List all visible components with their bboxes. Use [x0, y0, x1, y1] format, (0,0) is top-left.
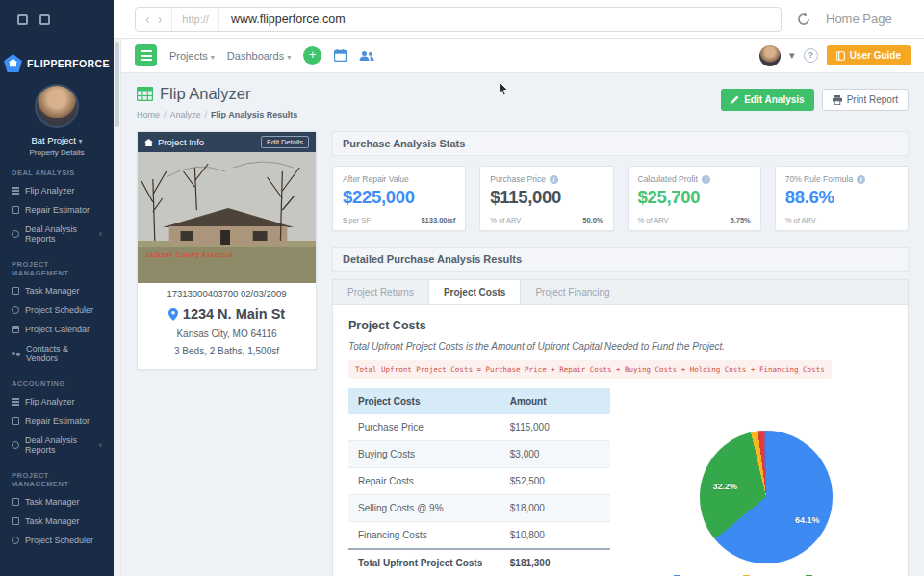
caret-down-icon: ▾: [287, 53, 291, 62]
page-header: Flip Analyzer Home/Analyze/Flip Analysis…: [137, 85, 909, 119]
scrollbar-thumb[interactable]: [115, 42, 119, 127]
nav-projects-menu[interactable]: Projects ▾: [169, 50, 215, 62]
printer-icon: [833, 95, 842, 105]
print-report-button[interactable]: Print Report: [822, 89, 909, 111]
edit-details-button[interactable]: Edit Details: [261, 136, 309, 148]
pie-label-repair: 32.2%: [713, 482, 738, 491]
pie-label-purchase: 64.1%: [795, 515, 820, 525]
scheduler-icon: [12, 537, 19, 544]
section-deal-analysis: DEAL ANALYSIS: [0, 157, 114, 181]
sidebar: FLIPPERFORCE Bat Project ▾ Property Deta…: [0, 39, 114, 576]
window-control-icon-2[interactable]: [39, 14, 50, 25]
user-menu-caret-icon[interactable]: ▾: [789, 49, 795, 62]
home-page-link[interactable]: Home Page: [826, 12, 892, 26]
page-title: Flip Analyzer: [160, 85, 250, 103]
edit-analysis-button[interactable]: Edit Analysis: [721, 89, 813, 111]
chevron-left-icon: ‹: [99, 440, 102, 450]
table-row: Buying Costs$3,000: [348, 441, 610, 468]
parcel-caption: 17313000403700 02/03/2009: [138, 283, 316, 301]
user-guide-button[interactable]: User Guide: [827, 45, 911, 65]
reload-icon[interactable]: [797, 13, 810, 30]
task-manager-icon: [12, 498, 19, 506]
sidebar-item-task-manager-3[interactable]: Task Manager: [0, 511, 114, 531]
flip-analyzer-title-icon: [137, 87, 153, 101]
tab-project-returns[interactable]: Project Returns: [333, 280, 428, 304]
app-navbar: Projects ▾ Dashboards ▾ + ▾ ? User Guide: [121, 39, 924, 73]
analysis-column: Purchase Analysis Stats After Repair Val…: [332, 131, 909, 576]
pie-chart: 32.2% 64.1%: [700, 431, 833, 563]
flip-analyzer-icon: [12, 398, 19, 406]
sidebar-item-repair-estimator-2[interactable]: Repair Estimator: [0, 411, 114, 431]
calendar-nav-icon[interactable]: [334, 49, 346, 62]
url-text[interactable]: www.flipperforce.com: [219, 13, 346, 26]
info-icon[interactable]: i: [857, 175, 865, 184]
contacts-nav-icon[interactable]: [359, 50, 374, 62]
window-control-icon[interactable]: [17, 14, 28, 25]
project-selector[interactable]: Bat Project ▾: [0, 135, 114, 145]
section-description: Total Upfront Project Costs is the Amoun…: [348, 341, 892, 352]
sidebar-item-project-scheduler-2[interactable]: Project Scheduler: [0, 531, 114, 550]
sidebar-item-deal-analysis-reports[interactable]: Deal Analysis Reports‹: [0, 220, 114, 249]
col-amount: Amount: [500, 388, 610, 414]
sidebar-item-task-manager-2[interactable]: Task Manager: [0, 492, 114, 511]
tab-project-costs[interactable]: Project Costs: [428, 280, 521, 304]
costs-chart-area: 32.2% 64.1% Purchase Price Buying Costs …: [639, 388, 892, 576]
sidebar-item-deal-analysis-reports-2[interactable]: Deal Analysis Reports‹: [0, 431, 114, 459]
book-icon: [836, 51, 845, 61]
sidebar-item-contacts-vendors[interactable]: Contacts & Vendors: [0, 339, 114, 368]
table-row: Purchase Price$115,000: [348, 414, 610, 441]
menu-toggle-button[interactable]: [135, 44, 157, 66]
costs-table-wrap: Project Costs Amount Purchase Price$115,…: [348, 388, 614, 576]
breadcrumb-current: Flip Analysis Results: [211, 110, 297, 119]
window-controls: [0, 0, 114, 39]
flip-analyzer-icon: [12, 187, 19, 195]
sidebar-item-flip-analyzer[interactable]: Flip Analyzer: [0, 181, 114, 200]
property-city: Kansas City, MO 64116: [138, 328, 316, 339]
purchase-price-value: $115,000: [490, 187, 603, 208]
browser-toolbar: ‹› http:// www.flipperforce.com Home Pag…: [0, 0, 924, 39]
project-avatar[interactable]: [35, 84, 79, 128]
sidebar-item-project-scheduler[interactable]: Project Scheduler: [0, 301, 114, 320]
flipperforce-logo-icon: [4, 54, 22, 72]
pencil-icon: [731, 95, 739, 104]
section-project-management: PROJECT MANAGEMENT: [0, 249, 114, 281]
sidebar-item-flip-analyzer-2[interactable]: Flip Analyzer: [0, 392, 114, 411]
section-title: Project Costs: [348, 319, 892, 332]
repair-estimator-icon: [12, 206, 19, 214]
chevron-left-icon: ‹: [99, 229, 102, 239]
forward-icon[interactable]: ›: [158, 12, 163, 27]
property-photo: Jackson County Assessor: [138, 152, 316, 283]
brand-logo[interactable]: FLIPPERFORCE: [0, 39, 114, 72]
reports-icon: [12, 230, 19, 238]
task-manager-icon: [12, 517, 19, 525]
caret-down-icon: ▾: [211, 53, 215, 62]
help-icon[interactable]: ?: [804, 48, 818, 63]
back-icon[interactable]: ‹: [145, 12, 150, 27]
section-project-management-2: PROJECT MANAGEMENT: [0, 459, 114, 492]
breadcrumb-analyze[interactable]: Analyze: [170, 110, 201, 119]
table-row: Selling Costs @ 9%$18,000: [348, 495, 610, 522]
scheduler-icon: [12, 306, 19, 314]
browser-url-bar[interactable]: ‹› http:// www.flipperforce.com: [135, 7, 782, 32]
breadcrumb-home[interactable]: Home: [137, 110, 160, 119]
property-details-link[interactable]: Property Details: [0, 148, 114, 157]
sidebar-item-task-manager[interactable]: Task Manager: [0, 281, 114, 301]
stat-card-purchase-price: Purchase Pricei $115,000 % of ARV50.0%: [479, 166, 613, 231]
caret-down-icon: ▾: [79, 137, 83, 145]
detailed-results-header: Detailed Purchase Analysis Results: [332, 247, 909, 272]
info-icon[interactable]: i: [702, 175, 710, 184]
breadcrumb: Home/Analyze/Flip Analysis Results: [137, 110, 909, 119]
section-accounting: ACCOUNTING: [0, 368, 114, 392]
project-costs-panel: Project Costs Total Upfront Project Cost…: [332, 305, 909, 576]
sidebar-item-repair-estimator[interactable]: Repair Estimator: [0, 200, 114, 220]
sidebar-scrollbar[interactable]: [114, 39, 121, 576]
stat-cards: After Repair Value $225,000 $ per SF$133…: [332, 166, 909, 231]
sidebar-item-project-calendar[interactable]: Project Calendar: [0, 320, 114, 339]
user-avatar[interactable]: [759, 45, 781, 66]
add-project-button[interactable]: +: [303, 46, 321, 65]
nav-dashboards-menu[interactable]: Dashboards ▾: [227, 50, 291, 62]
table-row: Financing Costs$10,800: [348, 522, 610, 550]
info-icon[interactable]: i: [550, 175, 558, 184]
tab-project-financing[interactable]: Project Financing: [521, 280, 624, 304]
main-content: Flip Analyzer Home/Analyze/Flip Analysis…: [121, 73, 924, 576]
